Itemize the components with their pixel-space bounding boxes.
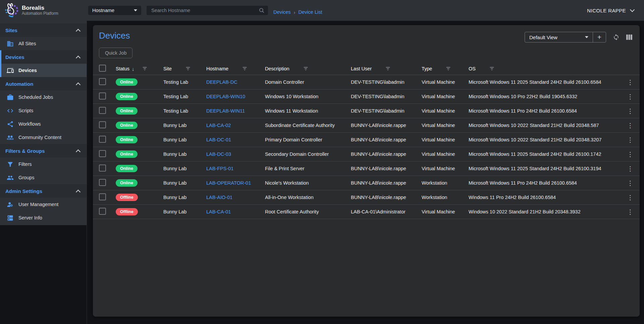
hostname-link[interactable]: LAB-AIO-01 (206, 195, 232, 200)
user-gear-icon (7, 201, 14, 208)
breadcrumb-device-list[interactable]: Device List (299, 9, 322, 15)
row-checkbox[interactable] (99, 165, 106, 172)
status-badge: Online (116, 136, 138, 143)
column-header-last-user[interactable]: Last User (351, 66, 422, 71)
table-row[interactable]: Online Bunny Lab LAB-DC-03 Secondary Dom… (93, 147, 640, 161)
user-menu[interactable]: NICOLE RAPPE (587, 8, 634, 13)
hostname-link[interactable]: LAB-FPS-01 (206, 166, 233, 171)
hostname-link[interactable]: DEEPLAB-WIN11 (206, 108, 245, 114)
description-cell: Root Certificate Authority (265, 209, 351, 214)
table-row[interactable]: Online Bunny Lab LAB-DC-01 Primary Domai… (93, 133, 640, 147)
sidebar-item-community-content[interactable]: Community Content (0, 131, 87, 144)
row-menu-icon[interactable]: ⋮ (621, 107, 640, 115)
table-row[interactable]: Online Testing Lab DEEPLAB-WIN10 Windows… (93, 89, 640, 104)
row-menu-icon[interactable]: ⋮ (621, 122, 640, 129)
breadcrumb-devices[interactable]: Devices (273, 9, 291, 15)
table-body: Online Testing Lab DEEPLAB-DC Domain Con… (93, 75, 640, 219)
os-cell: Microsoft Windows 11 2025 Standard 24H2 … (469, 151, 621, 157)
row-checkbox[interactable] (99, 136, 106, 143)
sidebar-item-groups[interactable]: Groups (0, 171, 87, 184)
column-header-os[interactable]: OS (469, 66, 621, 71)
filter-icon[interactable] (186, 67, 190, 71)
hostname-link[interactable]: DEEPLAB-DC (206, 79, 237, 85)
row-menu-icon[interactable]: ⋮ (621, 150, 640, 158)
filter-icon[interactable] (304, 67, 308, 71)
column-header-description[interactable]: Description (265, 66, 351, 71)
code-icon (7, 107, 14, 114)
sidebar-item-server-info[interactable]: Server Info (0, 211, 87, 224)
refresh-icon[interactable] (613, 34, 620, 41)
status-badge: Offline (116, 208, 138, 215)
table-row[interactable]: Online Testing Lab DEEPLAB-WIN11 Windows… (93, 104, 640, 118)
view-select-value: Default View (529, 35, 557, 40)
select-all-checkbox[interactable] (99, 65, 106, 72)
row-checkbox[interactable] (99, 78, 106, 85)
row-menu-icon[interactable]: ⋮ (621, 78, 640, 86)
quick-job-button[interactable]: Quick Job (99, 48, 132, 58)
page-title: Devices (99, 30, 130, 41)
row-menu-icon[interactable]: ⋮ (621, 165, 640, 173)
table-row[interactable]: Offline Bunny Lab LAB-AIO-01 All-in-One … (93, 190, 640, 205)
table-row[interactable]: Offline Bunny Lab LAB-CA-01 Root Certifi… (93, 205, 640, 219)
row-menu-icon[interactable]: ⋮ (621, 179, 640, 187)
hostname-link[interactable]: LAB-OPERATOR-01 (206, 180, 251, 186)
people-outline-icon (7, 134, 14, 141)
column-header-status[interactable]: Status ↓ (116, 66, 163, 72)
row-checkbox[interactable] (99, 150, 106, 157)
sidebar-item-scheduled-jobs[interactable]: Scheduled Jobs (0, 90, 87, 104)
table-row[interactable]: Online Testing Lab DEEPLAB-DC Domain Con… (93, 75, 640, 89)
site-cell: Testing Lab (163, 79, 206, 85)
filter-icon[interactable] (386, 67, 390, 71)
hostname-link[interactable]: LAB-CA-01 (206, 209, 231, 214)
table-row[interactable]: Online Bunny Lab LAB-CA-02 Subordinate C… (93, 118, 640, 133)
view-select[interactable]: Default View (525, 32, 593, 42)
sidebar-item-all-sites[interactable]: All Sites (0, 37, 87, 50)
row-checkbox[interactable] (99, 121, 106, 128)
sidebar-item-filters[interactable]: Filters (0, 157, 87, 171)
site-cell: Bunny Lab (163, 166, 206, 171)
row-checkbox[interactable] (99, 208, 106, 215)
row-checkbox[interactable] (99, 193, 106, 200)
row-checkbox[interactable] (99, 107, 106, 114)
type-cell: Virtual Machine (422, 209, 469, 214)
search-box[interactable] (147, 6, 268, 15)
filter-icon[interactable] (243, 67, 247, 71)
row-menu-icon[interactable]: ⋮ (621, 208, 640, 216)
sidebar-item-workflows[interactable]: Workflows (0, 117, 87, 131)
row-checkbox[interactable] (99, 179, 106, 186)
filter-icon[interactable] (446, 67, 450, 71)
filter-icon[interactable] (143, 67, 147, 71)
add-view-button[interactable]: + (593, 32, 606, 42)
sidebar-section-automation[interactable]: Automation (0, 77, 87, 90)
sidebar-item-devices[interactable]: Devices (0, 64, 87, 77)
row-checkbox[interactable] (99, 92, 106, 100)
hostname-link[interactable]: LAB-DC-01 (206, 137, 231, 142)
sidebar-section-devices[interactable]: Devices (0, 50, 87, 64)
last-user-cell: BUNNY-LAB\nicole.rappe (351, 180, 422, 186)
hostname-link[interactable]: LAB-DC-03 (206, 151, 231, 157)
sidebar-item-label: Filters (18, 161, 32, 167)
columns-icon[interactable] (626, 35, 632, 40)
section-label: Sites (5, 27, 17, 33)
description-cell: Primary Domain Controller (265, 137, 351, 142)
table-row[interactable]: Online Bunny Lab LAB-OPERATOR-01 Nicole'… (93, 176, 640, 190)
hostname-link[interactable]: LAB-CA-02 (206, 123, 231, 128)
column-header-site[interactable]: Site (163, 66, 206, 71)
sidebar-item-scripts[interactable]: Scripts (0, 104, 87, 117)
row-menu-icon[interactable]: ⋮ (621, 136, 640, 144)
row-menu-icon[interactable]: ⋮ (621, 194, 640, 201)
hostname-link[interactable]: DEEPLAB-WIN10 (206, 94, 245, 99)
table-row[interactable]: Online Bunny Lab LAB-FPS-01 File & Print… (93, 161, 640, 176)
sidebar-item-user-management[interactable]: User Management (0, 198, 87, 211)
search-column-select[interactable]: Hostname (88, 6, 141, 15)
view-select-group: Default View + (525, 32, 606, 43)
column-header-hostname[interactable]: Hostname (206, 66, 265, 71)
filter-icon[interactable] (490, 67, 494, 71)
sidebar-section-sites[interactable]: Sites (0, 23, 87, 37)
os-cell: Windows 10 2022 Standard 21H2 Build 2034… (469, 209, 621, 214)
sidebar-section-filters-groups[interactable]: Filters & Groups (0, 144, 87, 157)
sidebar-section-admin-settings[interactable]: Admin Settings (0, 184, 87, 198)
search-input[interactable] (151, 7, 259, 13)
row-menu-icon[interactable]: ⋮ (621, 93, 640, 101)
column-header-type[interactable]: Type (422, 66, 469, 71)
